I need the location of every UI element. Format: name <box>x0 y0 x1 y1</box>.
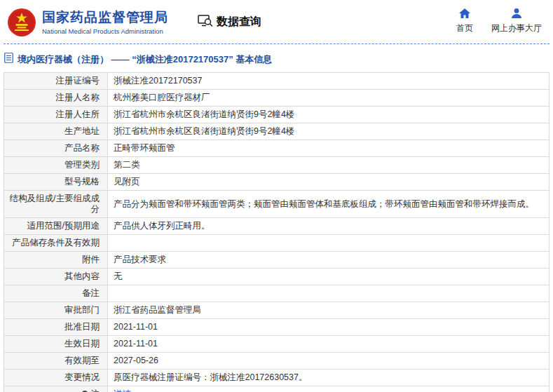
table-row: 结构及组成/主要组成成分产品分为颊面管和带环颊面管两类；颊面管由颊面管体和基底板… <box>4 191 549 218</box>
home-icon <box>459 8 470 20</box>
table-row: 变更情况原医疗器械注册证编号：浙械注准20172630537。 <box>4 370 549 386</box>
row-value: 产品分为颊面管和带环颊面管两类；颊面管由颊面管体和基底板组成；带环颊面管由颊面管… <box>108 191 549 218</box>
data-query-section: 数据查询 <box>198 14 261 30</box>
nav-service-hall-label: 网上办事大厅 <box>491 22 542 34</box>
top-nav: 首页 网上办事大厅 <box>456 8 542 34</box>
row-value: 杭州雅美口腔医疗器材厂 <box>108 90 549 107</box>
row-value: 2021-11-01 <box>108 336 549 353</box>
nmpa-emblem-logo <box>7 8 36 37</box>
table-row: 管理类别第二类 <box>4 157 549 174</box>
row-label: 生效日期 <box>4 336 108 353</box>
document-icon <box>4 53 13 66</box>
table-row: 适用范围/预期用途产品供人体牙列正畸用。 <box>4 218 549 235</box>
site-header: 国家药品监督管理局 National Medical Products Admi… <box>0 0 553 43</box>
row-label: 注册人住所 <box>4 107 108 123</box>
row-label: 注册证编号 <box>4 73 108 90</box>
table-row: 产品储存条件及有效期 <box>4 235 549 252</box>
table-row: 有效期至2027-05-26 <box>4 353 549 370</box>
nav-home[interactable]: 首页 <box>456 8 473 34</box>
row-label: 产品储存条件及有效期 <box>4 235 108 252</box>
nav-home-label: 首页 <box>456 22 473 34</box>
row-label: 备注 <box>4 285 108 302</box>
table-row: 生效日期2021-11-01 <box>4 336 549 353</box>
row-value: 第二类 <box>108 157 549 174</box>
row-value: 浙江省药品监督管理局 <box>108 302 549 319</box>
page-title-row: 境内医疗器械（注册） —— “浙械注准20172170537” 基本信息 <box>0 44 553 72</box>
table-row: 审批部门浙江省药品监督管理局 <box>4 302 549 319</box>
row-value <box>108 285 549 302</box>
data-query-icon <box>198 14 213 30</box>
table-row: 注册人名称杭州雅美口腔医疗器材厂 <box>4 90 549 107</box>
row-value: 2027-05-26 <box>108 353 549 370</box>
nav-service-hall[interactable]: 网上办事大厅 <box>491 8 542 34</box>
row-label: 注册人名称 <box>4 90 108 107</box>
row-label: 附件 <box>4 252 108 269</box>
table-row: 产品名称正畸带环颊面管 <box>4 140 549 157</box>
row-label: 生产地址 <box>4 123 108 140</box>
row-value <box>108 235 549 252</box>
row-value: 浙械注准20172170537 <box>108 73 549 90</box>
table-row: 生产地址浙江省杭州市余杭区良渚街道纳贤街9号2幢4楼 <box>4 123 549 140</box>
table-row: 注册证编号浙械注准20172170537 <box>4 73 549 90</box>
agency-title-block: 国家药品监督管理局 National Medical Products Admi… <box>42 9 168 35</box>
row-value: 见附页 <box>108 174 549 191</box>
table-row: 备注 <box>4 285 549 302</box>
row-label: 有效期至 <box>4 353 108 370</box>
row-value: 浙江省杭州市余杭区良渚街道纳贤街9号2幢4楼 <box>108 107 549 123</box>
table-row: 其他内容无 <box>4 269 549 285</box>
agency-name-cn: 国家药品监督管理局 <box>42 9 168 26</box>
info-table-body: 注册证编号浙械注准20172170537注册人名称杭州雅美口腔医疗器材厂注册人住… <box>4 73 549 392</box>
row-value: 正畸带环颊面管 <box>108 140 549 157</box>
row-label: 变更情况 <box>4 370 108 386</box>
row-label: 批准日期 <box>4 319 108 336</box>
row-value: 产品供人体牙列正畸用。 <box>108 218 549 235</box>
row-value: 2021-11-01 <box>108 319 549 336</box>
page-title: 境内医疗器械（注册） —— “浙械注准20172170537” 基本信息 <box>18 53 272 66</box>
row-value: 详情 <box>108 386 549 392</box>
row-value: 浙江省杭州市余杭区良渚街道纳贤街9号2幢4楼 <box>108 123 549 140</box>
table-row: 批准日期2021-11-01 <box>4 319 549 336</box>
row-label: 审批部门 <box>4 302 108 319</box>
row-label: 适用范围/预期用途 <box>4 218 108 235</box>
row-value: 原医疗器械注册证编号：浙械注准20172630537。 <box>108 370 549 386</box>
row-label: 结构及组成/主要组成成分 <box>4 191 108 218</box>
table-row: 注册人住所浙江省杭州市余杭区良渚街道纳贤街9号2幢4楼 <box>4 107 549 123</box>
row-label: 型号规格 <box>4 174 108 191</box>
row-value: 产品技术要求 <box>108 252 549 269</box>
table-row: 注详情 <box>4 386 549 392</box>
row-value: 无 <box>108 269 549 285</box>
info-table: 注册证编号浙械注准20172170537注册人名称杭州雅美口腔医疗器材厂注册人住… <box>4 72 549 392</box>
row-label: 管理类别 <box>4 157 108 174</box>
row-label: 产品名称 <box>4 140 108 157</box>
agency-name-en: National Medical Products Administration <box>42 27 168 35</box>
person-icon <box>512 8 521 20</box>
table-row: 型号规格见附页 <box>4 174 549 191</box>
data-query-label: 数据查询 <box>217 15 261 29</box>
row-label: 其他内容 <box>4 269 108 285</box>
table-row: 附件产品技术要求 <box>4 252 549 269</box>
row-label: 注 <box>4 386 108 392</box>
detail-link[interactable]: 详情 <box>114 389 131 392</box>
